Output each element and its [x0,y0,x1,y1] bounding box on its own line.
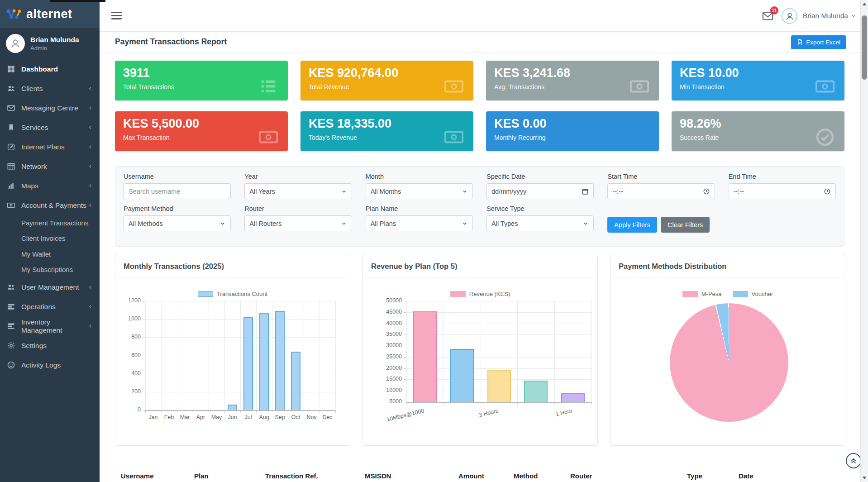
check-icon [815,127,835,148]
grid-icon [7,65,16,73]
filter-label: Specific Date [486,173,594,180]
chart-title: Payment Methods Distribution [610,255,845,277]
filter-field-username: Username [124,173,231,199]
export-excel-button[interactable]: Export Excel [791,35,846,49]
user-menu[interactable]: Brian Mulunda [803,12,856,20]
sidebar-item-operations[interactable]: Operations [0,297,100,316]
username-input[interactable] [124,183,231,199]
hamburger-menu-button[interactable] [111,12,122,21]
sidebar-item-dashboard[interactable]: Dashboard [0,59,100,79]
chevron-left-icon [87,304,93,310]
notifications-envelope-icon[interactable]: 11 [762,10,774,22]
sidebar-item-inventory-management[interactable]: Inventory Management [0,316,100,336]
sidebar-item-services[interactable]: Services [0,118,100,137]
sidebar-item-label: Client Invoices [21,234,66,242]
service-type-select[interactable]: All Types [486,215,594,231]
y-tick-label: 30000 [378,342,402,348]
stat-label: Monthly Recurring [494,134,651,141]
legend-label: Transactions Count [217,291,267,297]
legend-label: Revenue (KES) [469,291,510,297]
y-tick-label: 45000 [378,309,402,315]
sidebar-item-settings[interactable]: Settings [0,336,100,355]
bookmark-icon [7,123,16,132]
filter-panel: UsernameYearAll YearsMonthAll MonthsSpec… [115,166,844,247]
sidebar-item-label: Payment Transactions [21,219,88,227]
bar-6 [243,317,253,410]
brand-name: alternet [26,7,72,21]
sidebar-item-user-management[interactable]: User Management [0,277,100,297]
caret-down-icon [582,220,589,227]
sidebar-item-label: Inventory Management [21,318,87,334]
y-tick-label: 40000 [378,320,402,326]
y-tick-label: 50000 [378,297,402,304]
chart-legend: M-PesaVoucher [610,291,845,297]
end-time-time[interactable]: --:-- [729,183,836,199]
stat-label: Max Transaction [123,134,280,141]
sidebar-item-maps[interactable]: Maps [0,176,100,196]
top-black-strip [50,0,105,2]
stat-cards: 3911Total TransactionsKES 920,764.00Tota… [115,61,844,151]
plan-name-select[interactable]: All Plans [366,215,473,231]
sidebar-item-label: Messaging Centre [21,104,78,112]
scroll-to-top-button[interactable] [846,453,861,468]
x-tick-label: Oct [288,414,304,420]
bar-2 [487,370,511,402]
legend-item-revenue-kes[interactable]: Revenue (KES) [450,291,510,297]
column-header-router: Router [570,472,592,480]
chevron-left-icon [87,202,93,208]
brand[interactable]: alternet [0,0,100,28]
sidebar-item-clients[interactable]: Clients [0,79,100,98]
sidebar-item-client-invoices[interactable]: Client Invoices [0,231,100,247]
sidebar-item-network[interactable]: Network [0,157,100,176]
payment-method-select[interactable]: All Methods [124,215,231,231]
list-icon [258,76,279,97]
filter-field-service-type: Service TypeAll Types [486,205,594,233]
legend-item-voucher[interactable]: Voucher [733,291,773,297]
sidebar-item-payment-transactions[interactable]: Payment Transactions [0,215,100,231]
specific-date-date[interactable]: dd/mm/yyyy [486,183,594,199]
main-content: Payment Transactions Report Export Excel… [100,32,860,482]
sidebar: alternet Brian Mulunda Admin DashboardCl… [0,0,100,482]
sidebar-item-label: My Wallet [21,250,51,258]
month-select[interactable]: All Months [366,183,473,199]
scrollbar-thumb[interactable] [862,15,867,80]
bar-3 [524,381,548,402]
stat-value: KES 18,335.00 [309,117,465,131]
legend-item-m-pesa[interactable]: M-Pesa [682,291,722,297]
sidebar-item-account-payments[interactable]: Account & Payments [0,196,100,215]
clear-filters-button[interactable]: Clear Filters [661,217,710,233]
bar-7 [259,313,269,410]
start-time-time[interactable]: --:-- [607,183,715,199]
profile-role: Admin [30,45,79,52]
scrollbar-down-arrow[interactable] [863,477,866,479]
sidebar-item-my-wallet[interactable]: My Wallet [0,246,100,262]
stat-value: 3911 [123,67,280,80]
y-tick-label: 25000 [378,353,402,360]
y-tick-label: 200 [117,388,141,395]
column-header-date: Date [739,472,754,480]
filter-field-plan-name: Plan NameAll Plans [366,205,473,233]
x-tick-label: Mar [177,414,193,420]
column-header-amount: Amount [458,472,484,480]
sidebar-item-activity-logs[interactable]: Activity Logs [0,355,100,375]
stat-label: Total Revenue [309,83,465,91]
legend-label: M-Pesa [701,291,722,297]
sidebar-profile: Brian Mulunda Admin [0,28,100,57]
year-select[interactable]: All Years [244,183,352,199]
router-select[interactable]: All Routers [244,215,352,231]
scrollbar-up-arrow[interactable] [863,3,866,5]
profile-avatar [6,34,25,53]
bar-4 [561,393,585,402]
sidebar-item-messaging-centre[interactable]: Messaging Centre [0,98,100,118]
user-avatar[interactable] [782,8,797,24]
filter-label: Router [244,205,352,212]
chart-canvas: M-PesaVoucher [610,277,845,445]
stat-label: Success Rate [680,134,836,141]
sidebar-item-internet-plans[interactable]: Internet Plans [0,137,100,157]
apply-filters-button[interactable]: Apply Filters [607,217,657,233]
legend-item-transactions-count[interactable]: Transactions Count [198,291,267,297]
stat-label: Min Transaction [680,83,836,91]
vertical-scrollbar[interactable] [860,0,868,482]
sidebar-item-my-subscriptions[interactable]: My Subscriptions [0,262,100,278]
filter-field-specific-date: Specific Datedd/mm/yyyy [486,173,594,199]
